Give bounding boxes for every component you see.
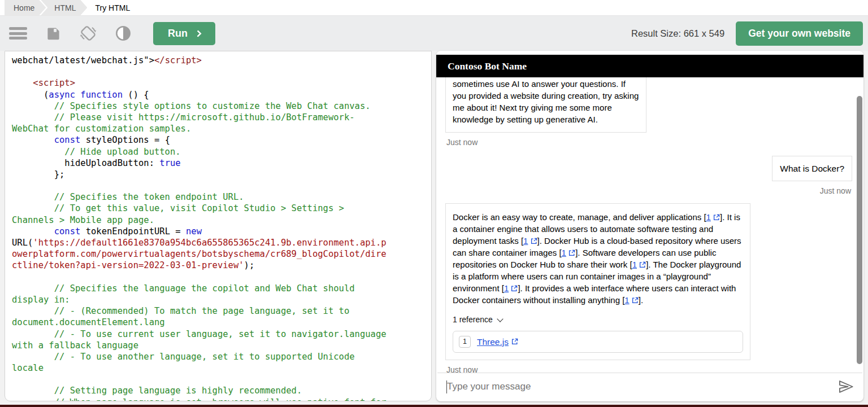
code-line: owerplatform.com/powervirtualagents/bots… [12, 248, 429, 260]
external-link-icon [632, 297, 639, 304]
citation-link[interactable]: [1 ] [502, 283, 520, 293]
code-line: (async function () { [12, 89, 429, 100]
code-line: // When page language is set, browsers w… [12, 397, 429, 401]
citation-link[interactable]: [1 ] [559, 248, 578, 257]
code-line: // To get this value, visit Copilot Stud… [12, 203, 429, 214]
external-link-icon [713, 214, 720, 221]
code-line [12, 66, 429, 77]
main-split: webchat/latest/webchat.js"></script> <sc… [0, 51, 868, 401]
result-pane: Contoso Bot Name sometimes use AI to ans… [436, 51, 863, 401]
tryit-editor-page: Home HTML Try HTML [0, 0, 868, 407]
reference-card: 1 Three.js [453, 331, 743, 353]
dark-mode-toggle-button[interactable] [114, 24, 133, 43]
run-button[interactable]: Run [153, 22, 215, 45]
external-link-icon [639, 261, 646, 268]
citation-link[interactable]: [1 ] [630, 260, 648, 269]
code-line: // Hide upload button. [12, 146, 429, 157]
code-line: ctline/token?api-version=2022-03-01-prev… [12, 260, 429, 271]
code-line: webchat/latest/webchat.js"></script> [12, 55, 429, 66]
save-icon [46, 26, 61, 41]
get-your-own-website-button[interactable]: Get your own website [736, 21, 863, 46]
code-line: locale [12, 362, 429, 374]
chat-transcript: sometimes use AI to answer your question… [436, 77, 863, 374]
code-line: // Specifies the token endpoint URL. [12, 191, 429, 203]
reference-toggle[interactable]: 1 reference [453, 314, 502, 326]
message-input[interactable] [447, 381, 838, 392]
chat-header: Contoso Bot Name [436, 55, 863, 77]
reference-number-badge: 1 [459, 336, 471, 348]
contrast-icon [115, 25, 131, 41]
result-size-label: Result Size: 661 x 549 [631, 28, 724, 39]
chevron-down-icon [497, 316, 503, 322]
chat-bot-title: Contoso Bot Name [448, 60, 527, 72]
citation-link[interactable]: [1 ] [622, 295, 641, 305]
citation-link[interactable]: [1 ] [704, 212, 722, 222]
code-line: hideUploadButton: true [12, 157, 429, 169]
code-line [12, 180, 429, 191]
timestamp: Just now [446, 138, 852, 147]
chevron-right-icon [194, 30, 202, 37]
external-link-icon [568, 250, 575, 256]
code-line: URL('https://default1661e8370a954bc6a655… [12, 237, 429, 248]
code-line: // - (Recommended) To match the page lan… [12, 305, 429, 317]
user-message: What is Docker? [772, 156, 852, 181]
rotate-device-icon [80, 25, 97, 42]
code-line: }; [12, 169, 429, 180]
send-box [437, 373, 862, 400]
chat-scrollbar-thumb[interactable] [857, 96, 862, 364]
run-button-label: Run [168, 28, 188, 40]
menu-button[interactable] [8, 24, 28, 43]
external-link-icon [511, 336, 518, 348]
send-icon [838, 379, 854, 395]
breadcrumb-current-page: Try HTML [95, 0, 130, 15]
code-line: with a fallback language [12, 340, 429, 351]
breadcrumb: Home HTML Try HTML [0, 0, 868, 16]
bot-message-docker: Docker is an easy way to create, manage,… [445, 203, 750, 360]
code-line: // Specifies style options to customize … [12, 100, 429, 112]
code-line [12, 374, 429, 385]
bot-docker-text: Docker is an easy way to create, manage,… [453, 211, 743, 306]
code-line: // Setting page language is highly recom… [12, 385, 429, 396]
bot-message-intro-text: sometimes use AI to answer your question… [453, 79, 639, 124]
rotate-view-button[interactable] [79, 24, 98, 43]
code-line: WebChat for customization samples. [12, 123, 429, 134]
breadcrumb-html[interactable]: HTML [41, 0, 87, 15]
save-button[interactable] [44, 24, 63, 43]
code-line: Channels > Mobile app page. [12, 215, 429, 226]
breadcrumb-home[interactable]: Home [5, 0, 46, 15]
code-line: const styleOptions = { [12, 134, 429, 146]
code-line: // Please visit https://microsoft.github… [12, 112, 429, 123]
code-line: // Specifies the language the copilot an… [12, 283, 429, 294]
external-link-icon [511, 285, 518, 292]
code-editor-pane[interactable]: webchat/latest/webchat.js"></script> <sc… [5, 51, 432, 401]
send-button[interactable] [838, 379, 854, 395]
code-line: const tokenEndpointURL = new [12, 226, 429, 237]
code-line: display in: [12, 294, 429, 305]
code-line: <script> [12, 77, 429, 89]
reference-link-label: Three.js [477, 336, 509, 348]
external-link-icon [531, 238, 537, 244]
menu-icon [9, 27, 27, 40]
code-line: document.documentElement.lang [12, 317, 429, 328]
code-line: // - To use another language, set it to … [12, 351, 429, 362]
page-bottom-strip [0, 405, 868, 407]
toolbar: Run Result Size: 661 x 549 Get your own … [0, 16, 868, 51]
bot-message-intro: sometimes use AI to answer your question… [445, 77, 646, 133]
reference-toggle-label: 1 reference [453, 315, 493, 324]
timestamp: Just now [445, 186, 851, 195]
code-line: // - To use current user language, set i… [12, 329, 429, 340]
code-editor[interactable]: webchat/latest/webchat.js"></script> <sc… [5, 51, 431, 401]
reference-link[interactable]: Three.js [477, 336, 518, 348]
external-link-icon [511, 338, 518, 345]
citation-link[interactable]: [1 ] [521, 236, 540, 246]
code-line [12, 272, 429, 283]
